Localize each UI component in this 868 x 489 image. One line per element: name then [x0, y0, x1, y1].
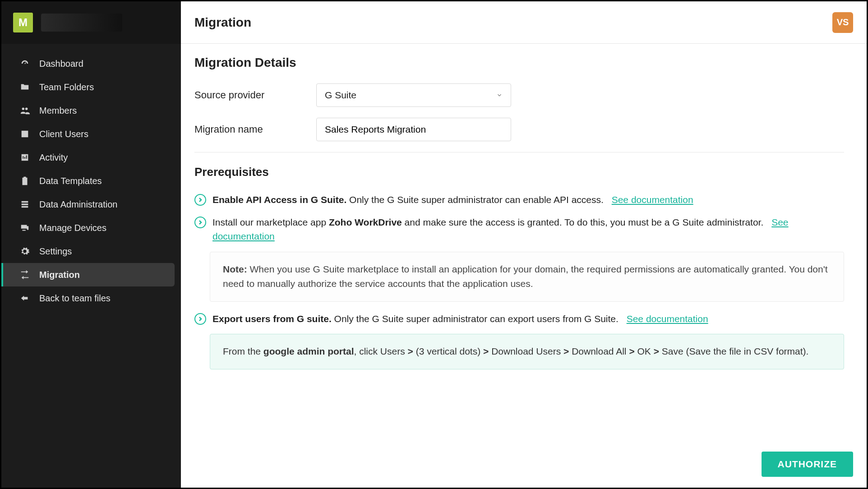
select-value: G Suite: [325, 90, 356, 101]
prereq-pre: Install our marketplace app: [212, 217, 329, 227]
sidebar-item-label: Manage Devices: [39, 223, 106, 233]
sidebar-item-label: Activity: [39, 152, 68, 163]
sidebar-item-label: Back to team files: [39, 293, 111, 304]
sidebar-item-client-users[interactable]: Client Users: [1, 122, 181, 146]
sidebar-item-dashboard[interactable]: Dashboard: [1, 52, 181, 75]
people-icon: [19, 105, 30, 116]
sidebar-item-manage-devices[interactable]: Manage Devices: [1, 216, 181, 240]
chart-icon: [19, 152, 30, 163]
tip-text: From the: [223, 346, 263, 356]
section-migration-details: Migration Details: [194, 55, 844, 70]
label-source-provider: Source provider: [194, 89, 316, 101]
sidebar-item-settings[interactable]: Settings: [1, 240, 181, 263]
tip-gt: >: [654, 346, 659, 356]
avatar[interactable]: VS: [832, 12, 853, 33]
link-see-documentation[interactable]: See documentation: [627, 314, 708, 324]
clipboard-icon: [19, 175, 30, 186]
chevron-down-icon: [496, 90, 503, 101]
input-migration-name[interactable]: [325, 124, 503, 135]
prereq-rest: Only the G Suite super administrator can…: [346, 194, 604, 205]
tip-text: Download All: [569, 346, 629, 356]
chevron-right-icon: [194, 217, 206, 228]
page-title: Migration: [194, 15, 251, 30]
link-see-documentation[interactable]: See documentation: [612, 194, 693, 205]
tip-text: (3 vertical dots): [413, 346, 483, 356]
chevron-right-icon: [194, 313, 206, 325]
tip-text: OK: [635, 346, 654, 356]
section-prerequisites: Prerequisites: [194, 165, 844, 179]
sidebar-item-team-folders[interactable]: Team Folders: [1, 75, 181, 99]
tip-text: Download Users: [489, 346, 563, 356]
chevron-right-icon: [194, 194, 206, 206]
divider: [194, 152, 844, 152]
org-logo[interactable]: M: [13, 13, 33, 32]
sidebar-item-label: Team Folders: [39, 82, 94, 92]
tip-gt: >: [563, 346, 569, 356]
note-label: Note:: [223, 264, 247, 274]
gauge-icon: [19, 58, 30, 69]
prereq-rest: and make sure the access is granted. To …: [402, 217, 764, 227]
row-source-provider: Source provider G Suite: [194, 83, 844, 107]
prereq-item-1: Enable API Access in G Suite. Only the G…: [194, 193, 844, 207]
tip-bold: google admin portal: [263, 346, 354, 356]
note-text: When you use G Suite marketplace to inst…: [223, 264, 828, 289]
sidebar-item-label: Data Templates: [39, 176, 102, 186]
main: Migration VS Migration Details Source pr…: [181, 1, 867, 488]
prereq-rest: Only the G Suite super administrator can…: [332, 314, 619, 324]
user-card-icon: [19, 129, 30, 139]
sidebar-item-label: Dashboard: [39, 59, 83, 69]
label-migration-name: Migration name: [194, 124, 316, 135]
prereq-bold: Export users from G suite.: [212, 314, 332, 324]
input-migration-name-wrapper: [316, 118, 511, 141]
sidebar-item-activity[interactable]: Activity: [1, 146, 181, 169]
sidebar-item-data-administration[interactable]: Data Administration: [1, 193, 181, 216]
authorize-wrap: AUTHORIZE: [762, 452, 854, 477]
prereq-bold: Zoho WorkDrive: [329, 217, 402, 227]
prereq-text: Enable API Access in G Suite. Only the G…: [212, 193, 693, 207]
admin-icon: [19, 199, 30, 210]
sidebar-item-label: Client Users: [39, 129, 88, 139]
sidebar: M Dashboard Team Folders Members Client …: [1, 1, 181, 488]
prereq-text: Install our marketplace app Zoho WorkDri…: [212, 215, 844, 244]
sidebar-nav: Dashboard Team Folders Members Client Us…: [1, 44, 181, 310]
select-source-provider[interactable]: G Suite: [316, 83, 511, 107]
folder-icon: [19, 82, 30, 92]
prereq-text: Export users from G suite. Only the G Su…: [212, 312, 708, 326]
sidebar-item-back[interactable]: Back to team files: [1, 286, 181, 310]
sidebar-item-label: Settings: [39, 246, 72, 257]
sidebar-item-members[interactable]: Members: [1, 99, 181, 122]
topbar: Migration VS: [181, 1, 867, 44]
note-box: Note: When you use G Suite marketplace t…: [210, 252, 844, 302]
content: Migration Details Source provider G Suit…: [181, 44, 867, 488]
tip-text: Save (Save the file in CSV format).: [659, 346, 808, 356]
devices-icon: [19, 222, 30, 233]
prereq-item-3: Export users from G suite. Only the G Su…: [194, 312, 844, 326]
prereq-bold: Enable API Access in G Suite.: [212, 194, 346, 205]
sidebar-item-label: Members: [39, 106, 77, 116]
authorize-button[interactable]: AUTHORIZE: [762, 452, 854, 477]
back-icon: [19, 293, 30, 304]
prereq-item-2: Install our marketplace app Zoho WorkDri…: [194, 215, 844, 244]
tip-gt: >: [483, 346, 489, 356]
tip-box: From the google admin portal, click User…: [210, 334, 844, 369]
sidebar-item-label: Data Administration: [39, 199, 117, 210]
tip-gt: >: [408, 346, 413, 356]
sidebar-item-label: Migration: [39, 270, 80, 280]
tip-text: , click Users: [354, 346, 408, 356]
sidebar-header: M: [1, 1, 181, 44]
gear-icon: [19, 246, 30, 257]
sidebar-item-data-templates[interactable]: Data Templates: [1, 169, 181, 193]
tip-gt: >: [629, 346, 634, 356]
row-migration-name: Migration name: [194, 118, 844, 141]
sidebar-item-migration[interactable]: Migration: [1, 263, 175, 286]
migration-icon: [19, 269, 30, 280]
org-name-redacted: [41, 14, 122, 32]
